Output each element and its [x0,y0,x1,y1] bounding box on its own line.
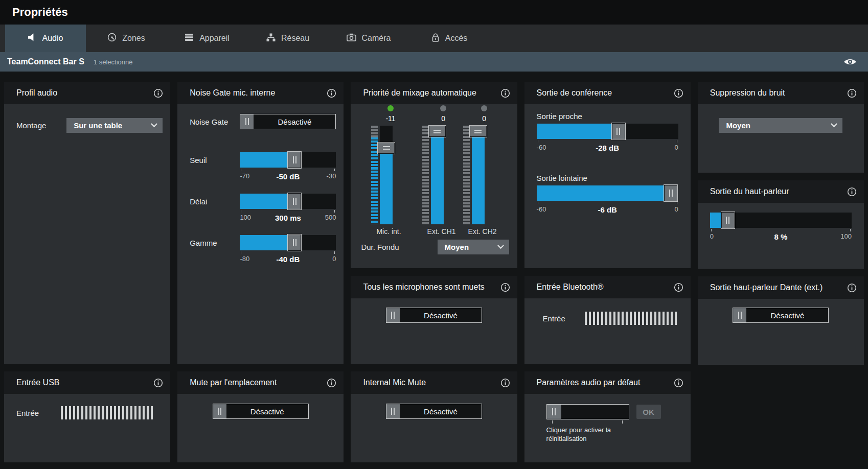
delai-slider[interactable] [240,194,336,209]
sortie-proche-label: Sortie proche [524,112,691,121]
toggle-handle[interactable] [733,308,746,322]
eye-icon[interactable] [843,58,857,66]
info-icon[interactable] [847,187,857,197]
slider-handle[interactable] [612,123,625,139]
delai-scale: 100 300 ms 500 [240,209,336,222]
slider-handle[interactable] [547,405,561,419]
fade-duration-dropdown[interactable]: Moyen [438,240,509,254]
panel-title: Entrée Bluetooth® [537,283,671,292]
toggle-handle[interactable] [213,404,226,418]
speaker-output-slider[interactable] [710,213,852,228]
channel-value: -11 [385,114,395,125]
seuil-slider[interactable] [240,152,336,168]
info-icon[interactable] [153,378,163,388]
noise-gate-toggle[interactable]: Désactivé [240,114,336,129]
panel-title: Profil audio [16,88,150,98]
usb-input-label: Entrée [16,409,52,417]
noise-suppression-value: Moyen [726,121,832,130]
selection-count: 1 sélectionné [94,58,133,66]
ext-ch2-fader[interactable] [472,126,485,224]
titlebar: Propriétés [0,0,868,25]
panel-title: Internal Mic Mute [363,378,497,387]
slider-handle[interactable] [664,185,677,201]
toggle-state-label: Désactivé [400,404,482,418]
noise-gate-label: Noise Gate [190,118,240,126]
all-mics-mute-toggle[interactable]: Désactivé [386,308,482,323]
level-meter-strip [463,126,470,224]
info-icon[interactable] [847,283,857,293]
page-title: Propriétés [12,6,68,19]
slider-handle[interactable] [721,212,735,228]
fader-handle[interactable] [470,126,487,137]
level-meter-strip [371,126,378,224]
toggle-handle[interactable] [240,114,254,129]
info-icon[interactable] [674,378,683,388]
slider-handle[interactable] [288,152,301,168]
channel-value: 0 [482,114,486,125]
tabbar: Audio Zones Appareil Réseau Caméra Accès [0,25,868,52]
panel-priorite-mixage: Priorité de mixage automatique -11 [351,82,517,268]
tab-acces[interactable]: Accès [409,25,490,52]
tab-camera[interactable]: Caméra [328,25,409,52]
mic-int-fader[interactable] [380,126,393,224]
dante-output-toggle[interactable]: Désactivé [733,308,829,323]
reset-defaults-slider[interactable] [546,404,629,419]
bluetooth-input-label: Entrée [543,314,579,323]
tab-audio[interactable]: Audio [5,25,86,52]
fader-handle[interactable] [378,143,395,154]
tab-reseau[interactable]: Réseau [247,25,328,52]
gamme-slider[interactable] [240,235,336,250]
gamme-scale: -80 -40 dB 0 [240,250,336,264]
tab-appareil[interactable]: Appareil [167,25,247,52]
tab-label: Caméra [362,34,391,43]
signal-dot [481,105,487,111]
audio-panels-grid: Profil audio Montage Sur une table Entré… [0,72,868,462]
panel-noise-gate: Noise Gate mic. interne Noise Gate Désac… [177,82,344,364]
montage-dropdown[interactable]: Sur une table [66,118,163,133]
panel-title: Entrée USB [16,378,150,387]
info-icon[interactable] [674,283,683,292]
lock-icon [431,33,440,44]
info-icon[interactable] [153,88,163,98]
sortie-lointaine-slider[interactable] [537,185,678,201]
info-icon[interactable] [500,283,510,292]
channel-label: Ext. CH2 [463,227,497,236]
info-icon[interactable] [500,378,510,388]
delai-label: Délai [190,194,240,206]
internal-mic-mute-toggle[interactable]: Désactivé [386,404,482,419]
speaker-icon [28,33,37,43]
info-icon[interactable] [327,378,336,388]
toggle-handle[interactable] [386,404,400,418]
sortie-lointaine-scale: -60 -6 dB 0 [537,201,678,214]
zones-dial-icon [107,33,117,44]
noise-suppression-dropdown[interactable]: Moyen [719,118,842,133]
camera-icon [347,33,356,43]
info-icon[interactable] [674,88,683,98]
panel-title: Tous les microphones sont muets [363,283,497,292]
panel-sortie-conference: Sortie de conférence Sortie proche -60 -… [524,82,691,268]
info-icon[interactable] [327,88,336,98]
slider-handle[interactable] [288,235,301,251]
sortie-proche-slider[interactable] [537,124,678,139]
signal-dot [387,105,394,111]
panel-mute-emplacement: Mute par l'emplacement Désactivé [177,371,344,462]
panel-tous-micros-muets: Tous les microphones sont muets Désactiv… [351,276,517,364]
montage-label: Montage [16,121,66,130]
panel-internal-mic-mute: Internal Mic Mute Désactivé [351,371,517,462]
ok-button[interactable]: OK [636,405,661,419]
channel-mic-int: -11 Mic. int. [371,105,401,236]
info-icon[interactable] [500,88,510,98]
location-mute-toggle[interactable]: Désactivé [213,404,309,419]
tab-zones[interactable]: Zones [86,25,167,52]
slider-handle[interactable] [288,193,301,209]
device-subheader: TeamConnect Bar S 1 sélectionné [0,52,868,72]
usb-input-level-meter [61,406,154,419]
fader-handle[interactable] [429,126,446,137]
toggle-handle[interactable] [386,308,400,322]
toggle-state-label: Désactivé [226,404,308,418]
info-icon[interactable] [847,88,857,98]
chevron-down-icon [831,121,838,127]
ext-ch1-fader[interactable] [431,126,444,224]
panel-entree-bluetooth: Entrée Bluetooth® Entrée [524,276,691,364]
speaker-output-scale: 0 8 % 100 [710,228,852,241]
